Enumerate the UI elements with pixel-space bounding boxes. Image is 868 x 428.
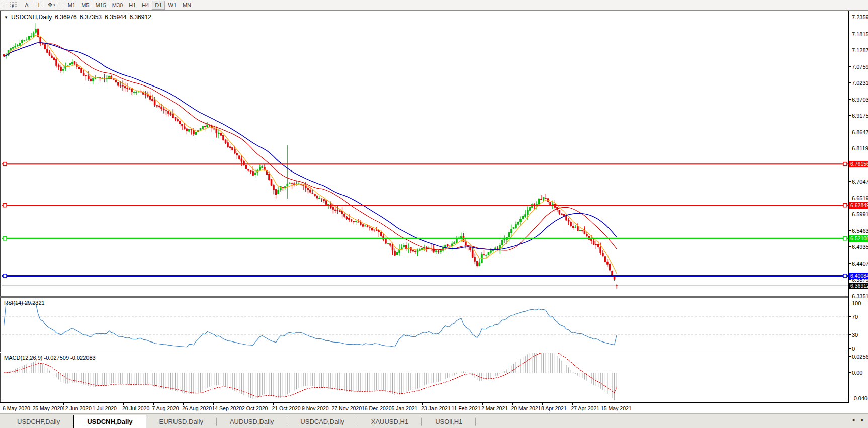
time-tick-mark xyxy=(4,403,4,405)
timeframe-h4-button[interactable]: H4 xyxy=(139,1,152,10)
line-handle[interactable] xyxy=(843,204,847,207)
horizontal-line-6.52108[interactable] xyxy=(2,237,848,240)
price-tick: 6.86470 xyxy=(852,129,868,135)
date-label: 20 Mar 2021 xyxy=(511,405,541,411)
chart-tab-usdcnh[interactable]: USDCNH,Daily xyxy=(73,415,146,428)
price-tick: 7.02310 xyxy=(852,80,868,86)
svg-text:F: F xyxy=(12,4,14,8)
line-handle[interactable] xyxy=(3,162,7,166)
time-axis[interactable]: 6 May 202025 May 202012 Jun 20201 Jul 20… xyxy=(0,403,848,413)
time-tick-mark xyxy=(602,403,602,405)
rsi-line xyxy=(4,303,617,347)
tab-scroll-right-icon[interactable]: ► xyxy=(860,417,865,422)
collapse-quotes-icon[interactable]: ▼ xyxy=(4,15,8,20)
current-price-badge: 6.36912 xyxy=(849,283,868,289)
date-label: 6 May 2020 xyxy=(3,405,30,411)
timeframe-w1-button[interactable]: W1 xyxy=(165,1,180,10)
timeframe-m5-button[interactable]: M5 xyxy=(78,1,92,10)
macd-label: MACD(12,26,9) -0.027509 -0.022083 xyxy=(4,355,96,361)
horizontal-line-6.62849[interactable] xyxy=(2,204,848,207)
date-label: 14 Sep 2020 xyxy=(212,405,242,411)
price-tick: 7.07590 xyxy=(852,64,868,70)
macd-histogram xyxy=(4,353,617,400)
tab-scroll-left-icon[interactable]: ◄ xyxy=(851,417,855,422)
line-handle[interactable] xyxy=(843,274,847,278)
date-label: 2 Mar 2021 xyxy=(481,405,508,411)
dropdown-arrow-icon: ▾ xyxy=(53,3,55,7)
horizontal-line-6.40084[interactable] xyxy=(2,274,848,278)
rsi-indicator-panel[interactable] xyxy=(2,298,848,352)
date-label: 7 Aug 2020 xyxy=(152,405,179,411)
chart-tab-usoil[interactable]: USOil,H1 xyxy=(422,416,475,428)
date-label: 9 Nov 2020 xyxy=(302,405,329,411)
timeframes-toolbar: M1M5M15M30H1H4D1W1MN xyxy=(65,1,194,10)
time-tick-mark xyxy=(183,403,184,405)
chart-window: ▼ USDCNH,Daily 6.369766.373536.359446.36… xyxy=(0,10,868,412)
time-tick-mark xyxy=(63,403,64,405)
chart-tab-eurusd[interactable]: EURUSD,Daily xyxy=(146,416,216,428)
lwma-8-line[interactable] xyxy=(4,35,617,274)
price-tick: 6.81190 xyxy=(852,145,868,151)
price-tick: 7.12870 xyxy=(852,47,868,53)
line-price-badge: 6.40084 xyxy=(849,273,868,279)
candles xyxy=(3,23,618,289)
horizontal-line-6.76156[interactable] xyxy=(2,162,848,166)
sma-30-line[interactable] xyxy=(4,43,617,249)
line-handle[interactable] xyxy=(843,162,847,166)
timeframe-d1-button[interactable]: D1 xyxy=(152,1,165,10)
date-label: 20 Jul 2020 xyxy=(122,405,149,411)
tool-text-label-button[interactable]: T xyxy=(33,1,45,10)
date-label: 2 Oct 2020 xyxy=(242,405,268,411)
chart-tab-usdchf[interactable]: USDCHF,Daily xyxy=(4,416,73,428)
time-tick-mark xyxy=(363,403,363,405)
line-handle[interactable] xyxy=(3,237,7,240)
macd-tick: -0.04068 xyxy=(852,395,868,401)
arrow-objects-icon: ✥ xyxy=(48,2,52,8)
tool-fibonacci-retracement-button[interactable]: F xyxy=(7,1,21,10)
line-studies-toolbar: FAT✥▾ xyxy=(7,1,58,10)
toolbar-grip[interactable] xyxy=(2,2,5,9)
text-icon: A xyxy=(25,2,28,8)
date-label: 27 Apr 2021 xyxy=(571,405,600,411)
rsi-tick: 100 xyxy=(852,300,861,306)
price-tick: 7.18150 xyxy=(852,31,868,37)
date-label: 12 Jun 2020 xyxy=(62,405,92,411)
tool-text-button[interactable]: A xyxy=(21,1,33,10)
tool-arrow-objects-button[interactable]: ✥▾ xyxy=(45,1,58,10)
line-handle[interactable] xyxy=(843,237,847,240)
time-tick-mark xyxy=(243,403,243,405)
price-tick: 7.23590 xyxy=(852,14,868,20)
line-handle[interactable] xyxy=(3,274,7,278)
macd-tick: 0.00 xyxy=(852,370,862,376)
tab-scroll-controls: ◄ ► xyxy=(851,417,865,422)
timeframe-m1-button[interactable]: M1 xyxy=(65,1,78,10)
chart-tab-xauusd[interactable]: XAUUSD,H1 xyxy=(358,416,421,428)
timeframe-m30-button[interactable]: M30 xyxy=(109,1,126,10)
date-label: 21 Oct 2020 xyxy=(272,405,301,411)
timeframe-h1-button[interactable]: H1 xyxy=(126,1,139,10)
toolbar-grip[interactable] xyxy=(60,2,63,9)
time-tick-mark xyxy=(123,403,124,405)
tab-separator xyxy=(475,418,476,426)
price-axis[interactable]: 7.235907.181507.128707.075907.023106.970… xyxy=(848,11,868,403)
price-tick: 6.44070 xyxy=(852,261,868,267)
quote-open: 6.36976 xyxy=(55,14,76,21)
chart-tab-audusd[interactable]: AUDUSD,Daily xyxy=(217,416,287,428)
line-price-badge: 6.52108 xyxy=(849,235,868,242)
timeframe-mn-button[interactable]: MN xyxy=(180,1,194,10)
chart-tab-bar: USDCHF,DailyUSDCNH,DailyEURUSD,DailyAUDU… xyxy=(0,412,868,428)
price-tick: 6.54630 xyxy=(852,228,868,234)
sma-20-line[interactable] xyxy=(4,43,617,250)
chart-tab-usdcad[interactable]: USDCAD,Daily xyxy=(287,416,357,428)
timeframe-m15-button[interactable]: M15 xyxy=(92,1,109,10)
line-handle[interactable] xyxy=(3,204,7,207)
date-label: 5 Jan 2021 xyxy=(392,405,418,411)
rsi-tick: 30 xyxy=(852,332,858,338)
date-label: 23 Jan 2021 xyxy=(421,405,451,411)
date-label: 25 May 2020 xyxy=(33,405,63,411)
price-chart[interactable] xyxy=(2,11,848,296)
time-tick-mark xyxy=(94,403,94,405)
time-tick-mark xyxy=(213,403,214,405)
macd-indicator-panel[interactable] xyxy=(2,353,848,402)
chart-tabs: USDCHF,DailyUSDCNH,DailyEURUSD,DailyAUDU… xyxy=(4,415,476,428)
